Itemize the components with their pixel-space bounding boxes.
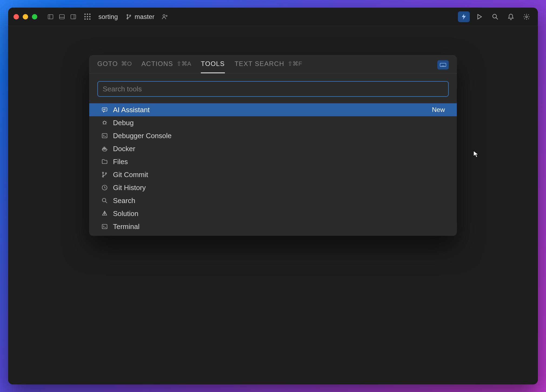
git-branch-icon [126,14,132,20]
tab-label: ACTIONS [141,60,173,68]
tool-label: Docker [113,145,135,153]
tool-item-ai-assistant[interactable]: AI AssistantNew [89,103,457,116]
tool-item-solution[interactable]: Solution [89,207,457,220]
panel-right-icon[interactable] [69,13,77,21]
search-input[interactable] [97,81,449,97]
tool-label: Search [113,197,135,205]
tab-text-search[interactable]: TEXT SEARCH ⇧⌘F [235,60,302,73]
search-everywhere-popup: GOTO ⌘O ACTIONS ⇧⌘A TOOLS TEXT SEARCH ⇧⌘… [89,55,457,236]
tab-goto[interactable]: GOTO ⌘O [97,60,132,73]
tool-label: Git Commit [113,171,148,179]
traffic-lights [14,14,37,19]
tool-label: Terminal [113,222,139,231]
tab-label: GOTO [97,60,118,68]
run-button[interactable] [474,11,485,22]
tool-label: AI Assistant [113,106,150,114]
tool-item-git-history[interactable]: Git History [89,181,457,194]
tool-item-debugger-console[interactable]: Debugger Console [89,129,457,142]
mouse-cursor-icon [473,150,479,158]
tab-label: TEXT SEARCH [235,60,284,68]
settings-button[interactable] [521,11,532,22]
clock-icon [101,184,108,191]
keyboard-shortcuts-button[interactable] [437,60,449,69]
tool-label: Files [113,158,128,166]
tool-label: Git History [113,184,146,192]
tool-item-terminal[interactable]: Terminal [89,220,457,233]
app-menu-button[interactable] [83,13,91,21]
tool-item-files[interactable]: Files [89,155,457,168]
fullscreen-window-button[interactable] [32,14,37,19]
titlebar: sorting master [8,8,538,26]
app-window: sorting master GOTO ⌘O ACTI [8,8,538,384]
tab-shortcut: ⇧⌘A [177,60,191,67]
git-branch-icon [101,171,108,178]
bug-icon [101,119,108,126]
solution-icon [101,210,108,217]
tool-item-debug[interactable]: Debug [89,116,457,129]
tab-shortcut: ⌘O [121,60,132,67]
tool-item-docker[interactable]: Docker [89,142,457,155]
minimize-window-button[interactable] [23,14,28,19]
tab-shortcut: ⇧⌘F [288,60,302,67]
tool-label: Debug [113,119,134,127]
tool-label: Solution [113,210,138,218]
tool-badge: New [432,106,445,114]
grid-icon [84,14,91,20]
docker-icon [101,145,108,152]
search-button[interactable] [489,11,501,22]
ai-bolt-button[interactable] [458,11,470,22]
tool-item-git-commit[interactable]: Git Commit [89,168,457,181]
tool-list: AI AssistantNewDebugDebugger ConsoleDock… [89,103,457,236]
project-name[interactable]: sorting [98,13,118,21]
search-icon [101,197,108,204]
panel-left-icon[interactable] [46,13,55,21]
tab-label: TOOLS [201,60,225,68]
close-window-button[interactable] [14,14,19,19]
terminal-icon [101,223,108,230]
branch-selector[interactable]: master [126,13,154,21]
panel-bottom-icon[interactable] [58,13,66,21]
folder-icon [101,158,108,165]
tab-actions[interactable]: ACTIONS ⇧⌘A [141,60,191,73]
popup-tabs: GOTO ⌘O ACTIONS ⇧⌘A TOOLS TEXT SEARCH ⇧⌘… [89,55,457,74]
console-icon [101,132,108,139]
tool-item-search[interactable]: Search [89,194,457,207]
tool-label: Debugger Console [113,132,172,140]
notifications-button[interactable] [505,11,517,22]
add-collaborator-button[interactable] [161,13,168,20]
branch-name: master [135,13,154,21]
tab-tools[interactable]: TOOLS [201,60,225,73]
chat-bubble-icon [101,106,108,113]
editor-body: GOTO ⌘O ACTIONS ⇧⌘A TOOLS TEXT SEARCH ⇧⌘… [8,26,538,384]
